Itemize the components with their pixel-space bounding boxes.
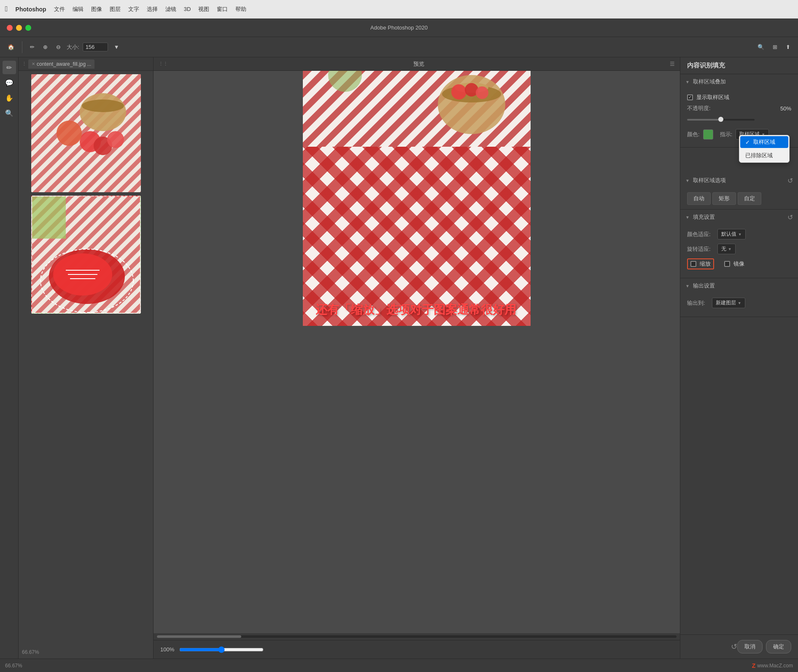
reset-sampling-icon[interactable]: ↺	[787, 177, 793, 185]
menu-help[interactable]: 帮助	[235, 5, 246, 13]
preview-menu-icon[interactable]: ☰	[670, 61, 675, 67]
menu-3d[interactable]: 3D	[184, 6, 191, 12]
scrollbar-thumb[interactable]	[157, 635, 241, 638]
thumbnail-top	[31, 74, 141, 192]
chevron-icon-fill: ▼	[685, 215, 690, 220]
dropdown-option-excluded[interactable]: 已排除区域	[739, 149, 789, 162]
auto-button[interactable]: 自动	[687, 192, 711, 205]
thumbnail-top-image	[31, 74, 141, 192]
menu-file[interactable]: 文件	[54, 5, 65, 13]
output-dropdown[interactable]: 新建图层 ▼	[712, 298, 745, 308]
section-body-fill: 颜色适应: 默认值 ▼ 旋转适应: 无 ▼	[680, 225, 798, 278]
search-button[interactable]: 🔍	[755, 42, 767, 52]
menu-image[interactable]: 图像	[91, 5, 102, 13]
right-panel: 内容识别填充 ▼ 取样区域叠加 显示取样区域 不透明度: 50%	[680, 57, 798, 659]
svg-point-27	[476, 86, 488, 99]
size-dropdown[interactable]: ▼	[111, 42, 122, 52]
color-adapt-arrow: ▼	[738, 232, 742, 237]
menu-filter[interactable]: 滤镜	[165, 5, 176, 13]
thumbnail-bottom	[31, 196, 141, 314]
dropdown-option-excluded-text: 已排除区域	[745, 152, 773, 159]
menu-view[interactable]: 视图	[198, 5, 209, 13]
preview-collapse-icon[interactable]: ⋮⋮	[159, 61, 168, 67]
tab-close-icon[interactable]: ✕	[32, 62, 35, 66]
share-button[interactable]: ⬆	[783, 42, 793, 52]
window-title: Adobe Photoshop 2020	[370, 24, 428, 31]
minimize-button[interactable]	[16, 25, 22, 31]
mirror-label: 镜像	[733, 260, 744, 268]
menu-layer[interactable]: 图层	[110, 5, 121, 13]
layout-button[interactable]: ⊞	[770, 42, 780, 52]
zoom-bar: 66.67%	[22, 645, 150, 655]
remove-button[interactable]: ⊖	[54, 42, 63, 52]
tools-panel: ✏ 💬 ✋ 🔍	[0, 57, 19, 659]
opacity-label: 不透明度:	[687, 105, 711, 112]
section-title-sampling: 取样区域叠加	[693, 78, 726, 86]
apple-menu[interactable]: 	[5, 5, 8, 13]
left-panel: ⋮ ✕ content_aware_fill.jpg ...	[19, 57, 154, 659]
add-button[interactable]: ⊕	[40, 42, 50, 52]
section-fill-settings: ▼ 填充设置 ↺ 颜色适应: 默认值 ▼ 旋转适应: 无	[680, 210, 798, 278]
svg-rect-12	[32, 196, 66, 239]
section-title-options: 取样区域选项	[693, 177, 726, 184]
section-header-sampling[interactable]: ▼ 取样区域叠加	[680, 74, 798, 89]
menu-edit[interactable]: 编辑	[73, 5, 84, 13]
show-sampling-label: 显示取样区域	[696, 94, 729, 101]
rotation-adapt-dropdown[interactable]: 无 ▼	[717, 244, 736, 254]
size-input[interactable]	[83, 43, 108, 51]
menu-window[interactable]: 窗口	[217, 5, 228, 13]
zoom-slider[interactable]	[179, 646, 264, 653]
reset-fill-icon[interactable]: ↺	[787, 213, 793, 221]
bottom-zoom-text: 66.67%	[5, 663, 22, 669]
tool-zoom[interactable]: 🔍	[3, 106, 16, 120]
rotation-adapt-label: 旋转适应:	[687, 245, 711, 253]
color-adapt-dropdown[interactable]: 默认值 ▼	[717, 229, 746, 239]
preview-content[interactable]: 还有「缩放」选项对于图案通常很好用	[154, 71, 680, 633]
home-button[interactable]: 🏠	[5, 42, 17, 52]
section-title-output: 输出设置	[693, 282, 715, 290]
menu-select[interactable]: 选择	[147, 5, 158, 13]
right-panel-footer: ↺ 取消 确定	[680, 634, 798, 659]
close-button[interactable]	[7, 25, 13, 31]
opacity-thumb[interactable]	[718, 117, 723, 122]
tool-chat[interactable]: 💬	[3, 76, 16, 89]
confirm-button[interactable]: 确定	[766, 640, 791, 653]
tabs-collapse[interactable]: ⋮	[22, 61, 27, 67]
toolbar-right: 🔍 ⊞ ⬆	[755, 42, 793, 52]
rect-button[interactable]: 矩形	[712, 192, 736, 205]
preview-scrollbar[interactable]	[154, 633, 680, 640]
section-header-fill[interactable]: ▼ 填充设置 ↺	[680, 210, 798, 225]
document-tab[interactable]: ✕ content_aware_fill.jpg ...	[28, 59, 94, 69]
scale-checkbox[interactable]	[690, 261, 696, 267]
tool-hand[interactable]: ✋	[3, 91, 16, 105]
show-sampling-checkbox[interactable]	[687, 94, 693, 100]
app-name[interactable]: Photoshop	[16, 6, 46, 13]
opacity-slider-wrapper	[687, 116, 791, 126]
maximize-button[interactable]	[25, 25, 31, 31]
color-swatch[interactable]	[703, 129, 713, 140]
section-header-options[interactable]: ▼ 取样区域选项 ↺	[680, 173, 798, 188]
brush-button[interactable]: ✏	[27, 42, 37, 52]
menu-text[interactable]: 文字	[128, 5, 139, 13]
color-adapt-label: 颜色适应:	[687, 231, 711, 238]
chevron-icon-options: ▼	[685, 178, 690, 183]
cancel-button[interactable]: 取消	[737, 640, 763, 653]
section-header-output[interactable]: ▼ 输出设置	[680, 278, 798, 293]
scrollbar-track[interactable]	[157, 635, 677, 638]
size-label: 大小:	[67, 43, 79, 51]
toolbar-separator	[22, 41, 22, 53]
svg-point-4	[82, 99, 124, 112]
footer-reset-icon[interactable]: ↺	[731, 642, 737, 651]
section-body-output: 输出到: 新建图层 ▼	[680, 293, 798, 317]
tool-brush[interactable]: ✏	[3, 61, 16, 74]
traffic-lights	[7, 25, 31, 31]
chevron-icon-sampling: ▼	[685, 80, 690, 84]
dropdown-option-sampling[interactable]: ✓ 取样区域	[740, 136, 788, 148]
custom-button[interactable]: 自定	[738, 192, 761, 205]
mirror-row: 镜像	[724, 260, 744, 268]
document-tabs: ⋮ ✕ content_aware_fill.jpg ...	[19, 57, 153, 71]
rotation-adapt-value: 无	[721, 245, 726, 253]
mirror-checkbox[interactable]	[724, 261, 730, 267]
section-title-fill: 填充设置	[693, 213, 715, 221]
zoom-percent: 66.67%	[22, 649, 39, 655]
